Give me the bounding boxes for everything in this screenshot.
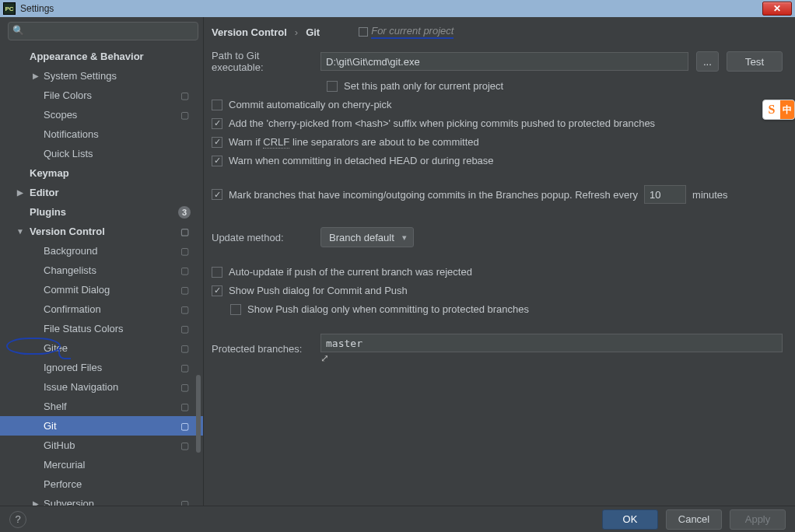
chevron-right-icon — [31, 499, 40, 506]
sidebar-background[interactable]: Background▢ — [0, 241, 203, 261]
auto-update-push-checkbox[interactable] — [212, 267, 222, 278]
sidebar-perforce[interactable]: Perforce — [0, 474, 203, 494]
project-scope-icon: ▢ — [180, 265, 189, 276]
plugins-count-badge: 3 — [178, 206, 191, 219]
sidebar-scopes[interactable]: Scopes▢ — [0, 105, 203, 124]
sidebar-appearance[interactable]: Appearance & Behavior — [0, 47, 203, 66]
project-scope-icon: ▢ — [180, 440, 189, 451]
git-path-input[interactable] — [320, 52, 688, 71]
sidebar-confirmation[interactable]: Confirmation▢ — [0, 299, 203, 319]
project-scope-icon: ▢ — [180, 499, 189, 506]
project-scope-icon: ▢ — [180, 421, 189, 432]
project-scope-icon: ▢ — [180, 110, 189, 121]
project-scope-icon: ▢ — [180, 246, 189, 257]
settings-search-input[interactable] — [8, 22, 198, 40]
sidebar-editor[interactable]: Editor — [0, 183, 203, 202]
add-suffix-label: Add the 'cherry-picked from <hash>' suff… — [229, 117, 655, 129]
for-current-project-hint: For current project — [359, 25, 454, 39]
scrollbar-thumb[interactable] — [196, 375, 201, 453]
commit-auto-cherry-checkbox[interactable] — [212, 100, 222, 110]
warn-crlf-checkbox[interactable] — [212, 137, 222, 148]
sidebar-file-colors[interactable]: File Colors▢ — [0, 86, 203, 105]
set-path-current-label: Set this path only for current project — [344, 80, 503, 92]
apply-button[interactable]: Apply — [730, 509, 786, 530]
mark-branches-checkbox[interactable] — [212, 189, 222, 200]
sidebar-version-control[interactable]: Version Control▢ — [0, 222, 203, 241]
close-button[interactable]: ✕ — [762, 2, 792, 16]
ok-button[interactable]: OK — [602, 509, 658, 530]
expand-field-icon[interactable]: ⤢ — [320, 352, 329, 364]
refresh-minutes-input[interactable] — [644, 185, 686, 204]
titlebar: PC Settings ✕ — [0, 0, 795, 17]
window-title: Settings — [20, 3, 54, 14]
sidebar-file-status-colors[interactable]: File Status Colors▢ — [0, 319, 203, 338]
sidebar-plugins[interactable]: Plugins3 — [0, 202, 203, 222]
warn-crlf-label: Warn if CRLF line separators are about t… — [229, 136, 479, 148]
show-push-dialog-checkbox[interactable] — [212, 285, 222, 296]
sidebar-issue-navigation[interactable]: Issue Navigation▢ — [0, 377, 203, 397]
settings-tree: Appearance & Behavior System Settings Fi… — [0, 45, 203, 506]
update-method-dropdown[interactable]: Branch default — [320, 227, 414, 247]
minutes-label: minutes — [692, 189, 728, 201]
show-push-protected-checkbox[interactable] — [230, 304, 241, 315]
dialog-footer: ? OK Cancel Apply — [0, 506, 795, 532]
ime-lang-label: 中 — [780, 100, 794, 119]
ime-logo-icon: S — [763, 100, 780, 119]
breadcrumb: Version Control › Git For current projec… — [204, 17, 795, 47]
chevron-down-icon — [16, 227, 25, 236]
settings-panel: Version Control › Git For current projec… — [204, 17, 795, 506]
sidebar-github[interactable]: GitHub▢ — [0, 436, 203, 455]
project-scope-icon: ▢ — [180, 226, 189, 237]
for-current-project-label: For current project — [371, 25, 454, 39]
sidebar-git[interactable]: Git▢ — [0, 416, 203, 436]
breadcrumb-separator: › — [295, 26, 298, 38]
show-push-protected-label: Show Push dialog only when committing to… — [247, 303, 529, 315]
breadcrumb-category[interactable]: Version Control — [212, 26, 287, 38]
breadcrumb-page: Git — [306, 26, 320, 38]
sidebar-keymap[interactable]: Keymap — [0, 163, 203, 183]
add-suffix-checkbox[interactable] — [212, 118, 222, 129]
chevron-right-icon — [16, 188, 25, 197]
chevron-right-icon — [31, 72, 40, 80]
help-button[interactable]: ? — [9, 511, 26, 528]
project-scope-icon: ▢ — [180, 285, 189, 296]
sidebar-subversion[interactable]: Subversion▢ — [0, 494, 203, 506]
sidebar-mercurial[interactable]: Mercurial — [0, 455, 203, 474]
project-scope-icon — [359, 27, 368, 37]
commit-auto-cherry-label: Commit automatically on cherry-pick — [229, 99, 392, 110]
project-scope-icon: ▢ — [180, 343, 189, 354]
warn-detached-label: Warn when committing in detached HEAD or… — [229, 155, 494, 166]
show-push-dialog-label: Show Push dialog for Commit and Push — [229, 285, 408, 296]
protected-branches-label: Protected branches: — [212, 343, 313, 355]
test-button[interactable]: Test — [727, 51, 783, 72]
sidebar-commit-dialog[interactable]: Commit Dialog▢ — [0, 280, 203, 299]
project-scope-icon: ▢ — [180, 382, 189, 393]
ime-indicator[interactable]: S 中 — [762, 100, 795, 120]
git-path-label: Path to Git executable: — [212, 50, 313, 73]
sidebar-system-settings[interactable]: System Settings — [0, 66, 203, 86]
project-scope-icon: ▢ — [180, 304, 189, 315]
set-path-current-checkbox[interactable] — [327, 81, 338, 92]
sidebar-changelists[interactable]: Changelists▢ — [0, 261, 203, 280]
git-settings-form: Path to Git executable: ... Test Set thi… — [204, 47, 795, 364]
sidebar-ignored-files[interactable]: Ignored Files▢ — [0, 358, 203, 377]
sidebar: 🔍 Appearance & Behavior System Settings … — [0, 17, 204, 506]
sidebar-notifications[interactable]: Notifications — [0, 124, 203, 144]
warn-detached-checkbox[interactable] — [212, 156, 222, 166]
project-scope-icon: ▢ — [180, 401, 189, 412]
update-method-label: Update method: — [212, 232, 313, 243]
app-icon: PC — [3, 2, 16, 15]
project-scope-icon: ▢ — [180, 324, 189, 334]
sidebar-shelf[interactable]: Shelf▢ — [0, 397, 203, 416]
project-scope-icon: ▢ — [180, 362, 189, 373]
auto-update-push-label: Auto-update if push of the current branc… — [229, 266, 472, 278]
protected-branches-input[interactable] — [320, 334, 783, 352]
cancel-button[interactable]: Cancel — [666, 509, 722, 530]
sidebar-quick-lists[interactable]: Quick Lists — [0, 144, 203, 163]
mark-branches-label: Mark branches that have incoming/outgoin… — [229, 189, 638, 201]
project-scope-icon: ▢ — [180, 90, 189, 101]
browse-button[interactable]: ... — [696, 51, 719, 72]
sidebar-gitee[interactable]: Gitee▢ — [0, 338, 203, 358]
